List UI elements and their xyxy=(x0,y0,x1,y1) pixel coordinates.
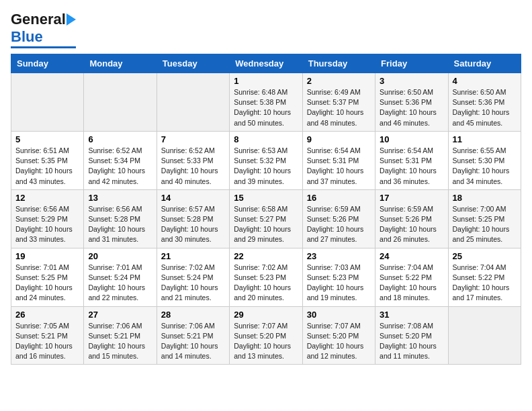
day-number: 20 xyxy=(88,251,152,261)
day-info: Sunrise: 6:52 AMSunset: 5:33 PMDaylight:… xyxy=(161,146,225,187)
day-info: Sunrise: 6:56 AMSunset: 5:28 PMDaylight:… xyxy=(88,204,152,245)
col-header-saturday: Saturday xyxy=(448,54,521,73)
day-number: 15 xyxy=(234,193,298,203)
col-header-friday: Friday xyxy=(375,54,448,73)
day-number: 16 xyxy=(307,193,371,203)
calendar-cell: 13Sunrise: 6:56 AMSunset: 5:28 PMDayligh… xyxy=(84,189,157,248)
day-number: 8 xyxy=(234,134,298,144)
calendar-cell: 10Sunrise: 6:54 AMSunset: 5:31 PMDayligh… xyxy=(375,131,448,189)
logo-underline xyxy=(11,46,76,48)
day-number: 14 xyxy=(161,193,225,203)
calendar-cell: 25Sunrise: 7:04 AMSunset: 5:22 PMDayligh… xyxy=(448,248,521,306)
day-info: Sunrise: 7:01 AMSunset: 5:25 PMDaylight:… xyxy=(15,263,79,304)
day-info: Sunrise: 6:55 AMSunset: 5:30 PMDaylight:… xyxy=(453,146,517,187)
day-info: Sunrise: 7:03 AMSunset: 5:23 PMDaylight:… xyxy=(307,263,371,304)
day-number: 13 xyxy=(88,193,152,203)
calendar-table: SundayMondayTuesdayWednesdayThursdayFrid… xyxy=(11,54,521,365)
logo: General Blue xyxy=(11,11,76,48)
calendar-cell: 9Sunrise: 6:54 AMSunset: 5:31 PMDaylight… xyxy=(302,131,375,189)
calendar-cell: 28Sunrise: 7:06 AMSunset: 5:21 PMDayligh… xyxy=(157,306,229,365)
day-number: 30 xyxy=(307,310,371,320)
day-info: Sunrise: 7:07 AMSunset: 5:20 PMDaylight:… xyxy=(307,321,371,362)
calendar-cell: 7Sunrise: 6:52 AMSunset: 5:33 PMDaylight… xyxy=(157,131,229,189)
day-info: Sunrise: 7:04 AMSunset: 5:22 PMDaylight:… xyxy=(380,263,443,304)
calendar-cell: 12Sunrise: 6:56 AMSunset: 5:29 PMDayligh… xyxy=(11,189,84,248)
calendar-cell xyxy=(11,73,84,132)
calendar-cell: 19Sunrise: 7:01 AMSunset: 5:25 PMDayligh… xyxy=(11,248,84,306)
day-info: Sunrise: 6:54 AMSunset: 5:31 PMDaylight:… xyxy=(380,146,443,187)
col-header-monday: Monday xyxy=(84,54,157,73)
day-number: 6 xyxy=(88,134,152,144)
calendar-cell xyxy=(157,73,229,132)
day-number: 22 xyxy=(234,251,298,261)
day-info: Sunrise: 7:04 AMSunset: 5:22 PMDaylight:… xyxy=(453,263,517,304)
calendar-cell: 23Sunrise: 7:03 AMSunset: 5:23 PMDayligh… xyxy=(302,248,375,306)
day-number: 11 xyxy=(453,134,517,144)
calendar-cell: 20Sunrise: 7:01 AMSunset: 5:24 PMDayligh… xyxy=(84,248,157,306)
day-info: Sunrise: 7:08 AMSunset: 5:20 PMDaylight:… xyxy=(380,321,443,362)
day-info: Sunrise: 6:50 AMSunset: 5:36 PMDaylight:… xyxy=(380,87,443,128)
calendar-cell xyxy=(84,73,157,132)
day-number: 10 xyxy=(380,134,443,144)
calendar-cell: 11Sunrise: 6:55 AMSunset: 5:30 PMDayligh… xyxy=(448,131,521,189)
logo-arrow-icon xyxy=(66,13,76,26)
calendar-cell xyxy=(448,306,521,365)
day-number: 1 xyxy=(234,76,298,86)
day-number: 25 xyxy=(453,251,517,261)
calendar-cell: 30Sunrise: 7:07 AMSunset: 5:20 PMDayligh… xyxy=(302,306,375,365)
day-number: 4 xyxy=(453,76,517,86)
col-header-sunday: Sunday xyxy=(11,54,84,73)
day-number: 28 xyxy=(161,310,225,320)
day-info: Sunrise: 7:07 AMSunset: 5:20 PMDaylight:… xyxy=(234,321,298,362)
logo-blue: Blue xyxy=(11,28,43,46)
day-number: 7 xyxy=(161,134,225,144)
day-number: 9 xyxy=(307,134,371,144)
day-number: 29 xyxy=(234,310,298,320)
day-info: Sunrise: 6:59 AMSunset: 5:26 PMDaylight:… xyxy=(307,204,371,245)
day-info: Sunrise: 6:53 AMSunset: 5:32 PMDaylight:… xyxy=(234,146,298,187)
col-header-tuesday: Tuesday xyxy=(157,54,229,73)
day-number: 12 xyxy=(15,193,79,203)
day-number: 2 xyxy=(307,76,371,86)
day-info: Sunrise: 6:51 AMSunset: 5:35 PMDaylight:… xyxy=(15,146,79,187)
day-number: 18 xyxy=(453,193,517,203)
day-info: Sunrise: 6:49 AMSunset: 5:37 PMDaylight:… xyxy=(307,87,371,128)
day-info: Sunrise: 7:01 AMSunset: 5:24 PMDaylight:… xyxy=(88,263,152,304)
calendar-cell: 21Sunrise: 7:02 AMSunset: 5:24 PMDayligh… xyxy=(157,248,229,306)
calendar-cell: 17Sunrise: 6:59 AMSunset: 5:26 PMDayligh… xyxy=(375,189,448,248)
day-info: Sunrise: 6:52 AMSunset: 5:34 PMDaylight:… xyxy=(88,146,152,187)
day-number: 31 xyxy=(380,310,443,320)
calendar-cell: 3Sunrise: 6:50 AMSunset: 5:36 PMDaylight… xyxy=(375,73,448,132)
calendar-cell: 14Sunrise: 6:57 AMSunset: 5:28 PMDayligh… xyxy=(157,189,229,248)
calendar-cell: 26Sunrise: 7:05 AMSunset: 5:21 PMDayligh… xyxy=(11,306,84,365)
day-info: Sunrise: 7:05 AMSunset: 5:21 PMDaylight:… xyxy=(15,321,79,362)
day-info: Sunrise: 6:59 AMSunset: 5:26 PMDaylight:… xyxy=(380,204,443,245)
day-info: Sunrise: 6:54 AMSunset: 5:31 PMDaylight:… xyxy=(307,146,371,187)
day-info: Sunrise: 7:06 AMSunset: 5:21 PMDaylight:… xyxy=(88,321,152,362)
day-info: Sunrise: 6:58 AMSunset: 5:27 PMDaylight:… xyxy=(234,204,298,245)
day-info: Sunrise: 7:06 AMSunset: 5:21 PMDaylight:… xyxy=(161,321,225,362)
day-number: 17 xyxy=(380,193,443,203)
day-info: Sunrise: 6:50 AMSunset: 5:36 PMDaylight:… xyxy=(453,87,517,128)
calendar-cell: 27Sunrise: 7:06 AMSunset: 5:21 PMDayligh… xyxy=(84,306,157,365)
day-number: 24 xyxy=(380,251,443,261)
day-info: Sunrise: 6:57 AMSunset: 5:28 PMDaylight:… xyxy=(161,204,225,245)
day-number: 3 xyxy=(380,76,443,86)
day-info: Sunrise: 6:56 AMSunset: 5:29 PMDaylight:… xyxy=(15,204,79,245)
day-number: 5 xyxy=(15,134,79,144)
col-header-thursday: Thursday xyxy=(302,54,375,73)
logo-general: General xyxy=(11,11,66,28)
page-header: General Blue xyxy=(11,11,521,48)
calendar-cell: 18Sunrise: 7:00 AMSunset: 5:25 PMDayligh… xyxy=(448,189,521,248)
calendar-cell: 16Sunrise: 6:59 AMSunset: 5:26 PMDayligh… xyxy=(302,189,375,248)
calendar-cell: 24Sunrise: 7:04 AMSunset: 5:22 PMDayligh… xyxy=(375,248,448,306)
day-number: 19 xyxy=(15,251,79,261)
day-info: Sunrise: 6:48 AMSunset: 5:38 PMDaylight:… xyxy=(234,87,298,128)
calendar-cell: 5Sunrise: 6:51 AMSunset: 5:35 PMDaylight… xyxy=(11,131,84,189)
day-number: 21 xyxy=(161,251,225,261)
calendar-cell: 22Sunrise: 7:02 AMSunset: 5:23 PMDayligh… xyxy=(230,248,302,306)
calendar-cell: 2Sunrise: 6:49 AMSunset: 5:37 PMDaylight… xyxy=(302,73,375,132)
calendar-cell: 29Sunrise: 7:07 AMSunset: 5:20 PMDayligh… xyxy=(230,306,302,365)
day-info: Sunrise: 7:02 AMSunset: 5:23 PMDaylight:… xyxy=(234,263,298,304)
day-info: Sunrise: 7:00 AMSunset: 5:25 PMDaylight:… xyxy=(453,204,517,245)
